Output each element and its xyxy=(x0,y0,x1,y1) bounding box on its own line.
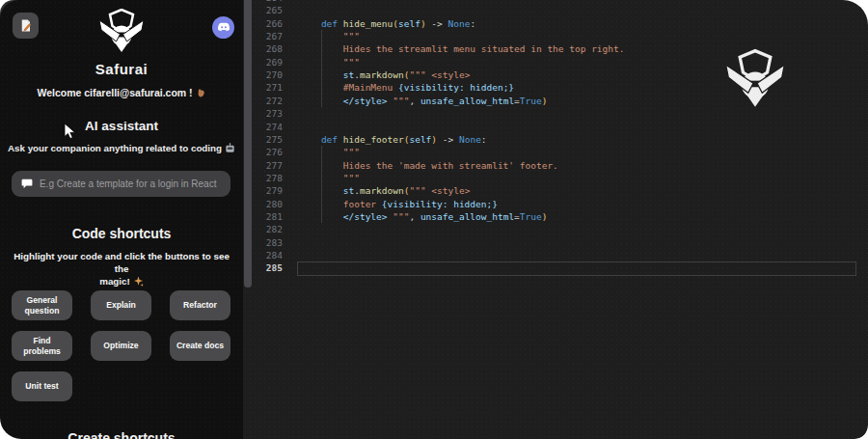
code-text: st.markdown(""" <style> xyxy=(299,69,470,81)
sparkles-icon xyxy=(133,276,144,289)
line-number: 285 xyxy=(257,261,283,274)
line-number: 280 xyxy=(257,198,283,210)
code-text: def hide_footer(self) -> None: xyxy=(299,133,487,146)
code-row[interactable]: 278 """ xyxy=(243,172,868,184)
code-row[interactable]: 279 st.markdown(""" <style> xyxy=(243,184,868,197)
line-number: 278 xyxy=(257,172,283,184)
code-shortcuts-subtitle: Highlight your code and click the button… xyxy=(6,250,237,289)
robot-icon xyxy=(225,143,235,155)
code-text: """ xyxy=(299,172,360,184)
code-row[interactable]: 265 xyxy=(243,4,868,16)
code-text: Hides the 'made with streamlit' footer. xyxy=(299,159,558,172)
line-number: 276 xyxy=(257,146,283,158)
discord-button[interactable] xyxy=(212,16,234,39)
line-number: 269 xyxy=(257,56,283,69)
line-number: 267 xyxy=(257,30,283,42)
line-number: 281 xyxy=(257,210,283,223)
explain-button[interactable]: Explain xyxy=(91,290,151,320)
discord-icon xyxy=(217,22,231,33)
chat-bubble-icon xyxy=(21,178,33,189)
line-number: 273 xyxy=(257,107,283,120)
brand-title: Safurai xyxy=(0,61,243,77)
code-row[interactable]: 275 def hide_footer(self) -> None: xyxy=(243,133,868,146)
line-number: 270 xyxy=(257,69,283,81)
code-text: """ xyxy=(299,146,360,158)
ai-assistant-subtitle: Ask your companion anything related to c… xyxy=(0,143,243,155)
create-shortcuts-heading: Create shortcuts xyxy=(0,430,243,439)
optimize-button[interactable]: Optimize xyxy=(91,331,151,361)
new-note-button[interactable] xyxy=(13,13,39,39)
unit-test-button[interactable]: Unit test xyxy=(12,371,72,401)
line-number: 277 xyxy=(257,159,283,172)
safurai-sidebar: Safurai Welcome cifarelli@safurai.com ! … xyxy=(0,0,243,439)
ai-assistant-heading: AI assistant xyxy=(0,119,243,133)
code-row[interactable]: 266 def hide_menu(self) -> None: xyxy=(243,17,868,30)
prompt-placeholder: E.g Create a template for a login in Rea… xyxy=(40,178,216,189)
code-row[interactable]: 276 """ xyxy=(243,146,868,158)
code-row[interactable]: 283 xyxy=(243,236,868,249)
code-text: </style> """, unsafe_allow_html=True) xyxy=(299,95,547,107)
line-number: 282 xyxy=(257,223,283,235)
code-row[interactable]: 282 xyxy=(243,223,868,235)
wave-hand-icon xyxy=(196,88,206,100)
code-row[interactable]: 280 footer {visibility: hidden;} xyxy=(243,198,868,210)
code-text: Hides the streamlit menu situated in the… xyxy=(299,42,624,55)
code-text: """ xyxy=(299,30,360,42)
code-text: """ xyxy=(299,56,360,69)
code-row[interactable]: 281 </style> """, unsafe_allow_html=True… xyxy=(243,210,868,223)
code-editor[interactable]: 264265266 def hide_menu(self) -> None:26… xyxy=(243,0,868,439)
line-number: 283 xyxy=(257,236,283,249)
prompt-input[interactable]: E.g Create a template for a login in Rea… xyxy=(12,171,231,197)
line-number: 266 xyxy=(257,17,283,30)
code-text: def hide_menu(self) -> None: xyxy=(299,17,475,30)
safurai-logo xyxy=(96,9,147,55)
line-number: 274 xyxy=(257,121,283,133)
sidebar-scrollbar-thumb[interactable] xyxy=(244,0,252,288)
create-docs-button[interactable]: Create docs xyxy=(170,331,231,361)
line-number: 271 xyxy=(257,81,283,94)
mouse-pointer-icon xyxy=(64,123,76,140)
code-text: st.markdown(""" <style> xyxy=(299,184,470,197)
line-number: 284 xyxy=(257,249,283,261)
line-number: 272 xyxy=(257,95,283,107)
welcome-message: Welcome cifarelli@safurai.com ! xyxy=(0,87,243,100)
note-icon xyxy=(18,18,33,33)
line-number: 275 xyxy=(257,133,283,146)
safurai-watermark-icon xyxy=(723,48,787,112)
code-text: </style> """, unsafe_allow_html=True) xyxy=(299,210,547,223)
line-number: 268 xyxy=(257,42,283,55)
code-row[interactable]: 267 """ xyxy=(243,30,868,42)
code-shortcuts-heading: Code shortcuts xyxy=(0,226,243,241)
line-number: 265 xyxy=(257,4,283,16)
app-window: 264265266 def hide_menu(self) -> None:26… xyxy=(0,0,868,439)
code-row[interactable]: 277 Hides the 'made with streamlit' foot… xyxy=(243,159,868,172)
code-text: footer {visibility: hidden;} xyxy=(299,198,498,210)
line-number: 279 xyxy=(257,184,283,197)
code-row[interactable]: 274 xyxy=(243,121,868,133)
code-text: #MainMenu {visibility: hidden;} xyxy=(299,81,514,94)
refactor-button[interactable]: Refactor xyxy=(170,290,231,320)
find-problems-button[interactable]: Find problems xyxy=(12,331,72,361)
code-row[interactable]: 284 xyxy=(243,249,868,261)
code-row[interactable]: 285 xyxy=(243,261,868,274)
general-question-button[interactable]: General question xyxy=(12,290,72,320)
